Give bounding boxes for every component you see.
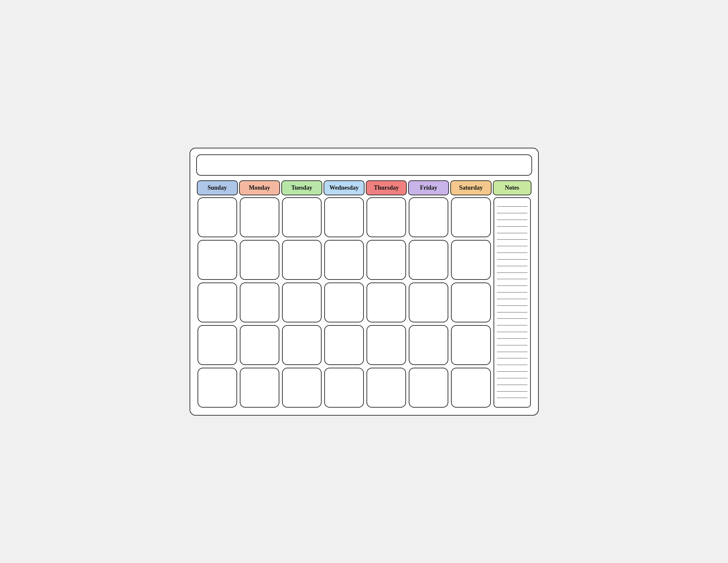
note-line xyxy=(497,206,527,207)
cell-r1-fri[interactable] xyxy=(409,197,448,237)
cell-r4-tue[interactable] xyxy=(282,325,322,365)
cell-r2-tue[interactable] xyxy=(282,240,322,280)
note-line xyxy=(497,226,527,226)
note-line xyxy=(497,371,527,372)
note-line xyxy=(497,312,527,313)
cell-r4-wed[interactable] xyxy=(324,325,364,365)
cell-r4-sun[interactable] xyxy=(198,325,237,365)
note-line xyxy=(497,219,527,220)
cell-r4-fri[interactable] xyxy=(409,325,448,365)
cell-r3-mon[interactable] xyxy=(240,283,279,323)
cell-r1-thu[interactable] xyxy=(366,197,406,237)
note-line xyxy=(497,279,527,279)
note-line xyxy=(497,259,527,259)
cell-r2-sun[interactable] xyxy=(198,240,237,280)
cell-r1-tue[interactable] xyxy=(282,197,322,237)
note-line xyxy=(497,252,527,253)
cell-r3-fri[interactable] xyxy=(409,283,448,323)
note-line xyxy=(497,385,527,385)
note-line xyxy=(497,233,527,233)
note-line xyxy=(497,213,527,213)
note-line xyxy=(497,239,527,239)
note-line xyxy=(497,299,527,299)
note-line xyxy=(497,286,527,286)
header-tuesday: Tuesday xyxy=(281,180,322,195)
cell-r4-sat[interactable] xyxy=(451,325,491,365)
cell-r3-tue[interactable] xyxy=(282,283,322,323)
cell-r1-sat[interactable] xyxy=(451,197,491,237)
note-line xyxy=(497,319,527,319)
note-line xyxy=(497,292,527,293)
cell-r5-tue[interactable] xyxy=(282,368,322,408)
note-line xyxy=(497,266,527,266)
header-monday: Monday xyxy=(239,180,280,195)
header-wednesday: Wednesday xyxy=(324,180,364,195)
cell-r4-mon[interactable] xyxy=(240,325,279,365)
cell-r3-sat[interactable] xyxy=(451,283,491,323)
cell-r1-mon[interactable] xyxy=(240,197,279,237)
cell-r3-wed[interactable] xyxy=(324,283,364,323)
note-line xyxy=(497,332,527,332)
cell-r2-sat[interactable] xyxy=(451,240,491,280)
cell-r3-sun[interactable] xyxy=(198,283,237,323)
note-line xyxy=(497,378,527,378)
header-sunday: Sunday xyxy=(197,180,238,195)
note-line xyxy=(497,339,527,339)
cell-r3-thu[interactable] xyxy=(366,283,406,323)
note-line xyxy=(497,398,527,398)
cell-r5-sun[interactable] xyxy=(198,368,237,408)
cell-r2-wed[interactable] xyxy=(324,240,364,280)
notes-area[interactable] xyxy=(494,197,531,408)
cell-r1-sun[interactable] xyxy=(198,197,237,237)
cell-r2-mon[interactable] xyxy=(240,240,279,280)
cell-r5-fri[interactable] xyxy=(409,368,448,408)
note-line xyxy=(497,272,527,273)
calendar-grid: Sunday Monday Tuesday Wednesday Thursday… xyxy=(196,180,532,409)
cell-r5-wed[interactable] xyxy=(324,368,364,408)
note-line xyxy=(497,358,527,358)
note-line xyxy=(497,325,527,326)
cell-r2-thu[interactable] xyxy=(366,240,406,280)
note-line xyxy=(497,306,527,306)
note-line xyxy=(497,365,527,365)
cell-r2-fri[interactable] xyxy=(409,240,448,280)
cell-r4-thu[interactable] xyxy=(366,325,406,365)
note-line xyxy=(497,345,527,346)
title-bar[interactable] xyxy=(196,154,532,176)
header-notes: Notes xyxy=(493,180,531,195)
header-friday: Friday xyxy=(408,180,449,195)
calendar-wrapper: Sunday Monday Tuesday Wednesday Thursday… xyxy=(190,148,539,416)
note-line xyxy=(497,391,527,392)
cell-r5-mon[interactable] xyxy=(240,368,279,408)
note-line xyxy=(497,246,527,246)
header-saturday: Saturday xyxy=(450,180,491,195)
cell-r5-sat[interactable] xyxy=(451,368,491,408)
cell-r5-thu[interactable] xyxy=(366,368,406,408)
cell-r1-wed[interactable] xyxy=(324,197,364,237)
header-thursday: Thursday xyxy=(366,180,407,195)
